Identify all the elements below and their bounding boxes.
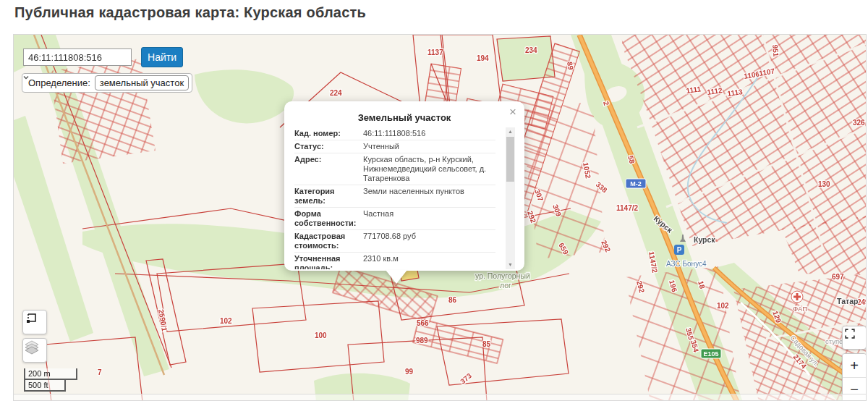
scroll-up-icon[interactable]: ▲: [506, 127, 515, 136]
popup-row-label: Кад. номер:: [294, 129, 363, 138]
map-label: 1137: [427, 48, 443, 56]
map-label: 234: [525, 46, 537, 54]
map-label: 85: [482, 340, 491, 348]
popup-row-label: Уточненная площадь:: [294, 254, 363, 269]
map-label: 7: [98, 368, 102, 376]
measure-area-button[interactable]: [22, 310, 47, 334]
fullscreen-button[interactable]: [842, 326, 867, 350]
filter-select[interactable]: земельный участок: [95, 75, 189, 90]
scrollbar-thumb[interactable]: [506, 137, 514, 182]
popup-row-value: Курская область, р-н Курский, Нижнемедве…: [363, 155, 495, 183]
parking-icon: P: [674, 245, 684, 255]
popup-rows: Кад. номер:46:11:111808:516Статус:Учтенн…: [294, 127, 495, 269]
map-label: 249: [857, 298, 867, 306]
popup-row-value: 2310 кв.м: [363, 254, 495, 269]
popup-row-value: Земли населенных пунктов: [363, 187, 495, 206]
map-label: 99: [405, 368, 414, 376]
map-label: 566: [417, 319, 429, 327]
map-label: 697: [832, 273, 844, 281]
popup-row-value: 771708.68 руб: [363, 232, 495, 250]
popup-row-label: Форма собственности:: [294, 209, 363, 228]
map-label: 194: [477, 54, 489, 62]
page-title: Публичная кадастровая карта: Курская обл…: [14, 4, 366, 21]
map-label: 951: [771, 44, 780, 57]
map-label: ФАП: [793, 305, 807, 313]
popup-row: Статус:Учтенный: [294, 140, 495, 153]
scale-control: 200 m 500 ft: [24, 368, 77, 392]
map-label: Курск: [694, 235, 715, 244]
popup-title: Земельный участок: [284, 101, 524, 123]
popup-row-label: Адрес:: [294, 155, 363, 183]
map-label: 326: [853, 119, 865, 127]
filter-value: земельный участок: [100, 77, 184, 88]
popup-tail: [386, 270, 407, 284]
map-label: 1147/2: [616, 204, 638, 212]
map-label: 224: [330, 89, 342, 97]
map-bottom-fade: [14, 394, 866, 400]
filter-label: Определение:: [28, 77, 90, 88]
chevron-down-icon: [22, 74, 30, 81]
zoom-in-button[interactable]: +: [843, 354, 866, 378]
map-label: лог: [500, 281, 511, 290]
popup-scrollbar[interactable]: ▲ ▼: [506, 127, 515, 269]
search-input[interactable]: [23, 48, 132, 66]
map-container[interactable]: P М-2E105 113719423422489211111112111395…: [13, 34, 867, 401]
scale-imperial: 500 ft: [24, 380, 66, 392]
svg-text:P: P: [677, 246, 682, 254]
popup-row-value: Частная: [363, 209, 495, 228]
map-label: 102: [220, 317, 232, 325]
map-label: 989: [416, 337, 428, 345]
map-label: ур. Полугорный: [475, 271, 530, 280]
popup-row: Кадастровая стоимость:771708.68 руб: [294, 230, 495, 253]
popup-row-value: 46:11:111808:516: [363, 129, 495, 138]
popup-row-label: Категория земель:: [294, 187, 363, 206]
parcel-info-popup: Земельный участок × Кад. номер:46:11:111…: [284, 101, 524, 271]
road-shield-m2-label: М-2: [630, 180, 642, 187]
measure-area-icon: [23, 311, 39, 326]
map-label: 86: [448, 296, 457, 304]
popup-row: Форма собственности:Частная: [294, 208, 495, 230]
popup-row: Кад. номер:46:11:111808:516: [294, 127, 495, 140]
filter-bar: Определение: земельный участок: [22, 73, 192, 93]
popup-row: Уточненная площадь:2310 кв.м: [294, 253, 495, 269]
scroll-down-icon[interactable]: ▼: [506, 261, 515, 269]
popup-row-value: Учтенный: [363, 142, 495, 151]
map-label: АЗС Бонус4: [666, 260, 707, 268]
fullscreen-icon: [843, 326, 857, 341]
popup-row-label: Статус:: [294, 142, 363, 151]
map-label: Татар: [837, 297, 858, 305]
medical-cross-icon: [791, 291, 803, 303]
map-label: 102: [717, 302, 729, 310]
popup-row: Категория земель:Земли населенных пункто…: [294, 185, 495, 208]
map-label: 130: [818, 180, 830, 188]
search-button[interactable]: Найти: [141, 47, 183, 67]
popup-row: Адрес:Курская область, р-н Курский, Нижн…: [294, 153, 495, 185]
popup-row-label: Кадастровая стоимость:: [294, 232, 363, 250]
scale-metric: 200 m: [24, 368, 77, 380]
close-icon[interactable]: ×: [509, 106, 516, 118]
layers-button[interactable]: [22, 338, 47, 363]
map-label: 100: [315, 332, 327, 339]
road-shield-e105-label: E105: [703, 350, 718, 358]
layers-icon: [23, 339, 41, 356]
